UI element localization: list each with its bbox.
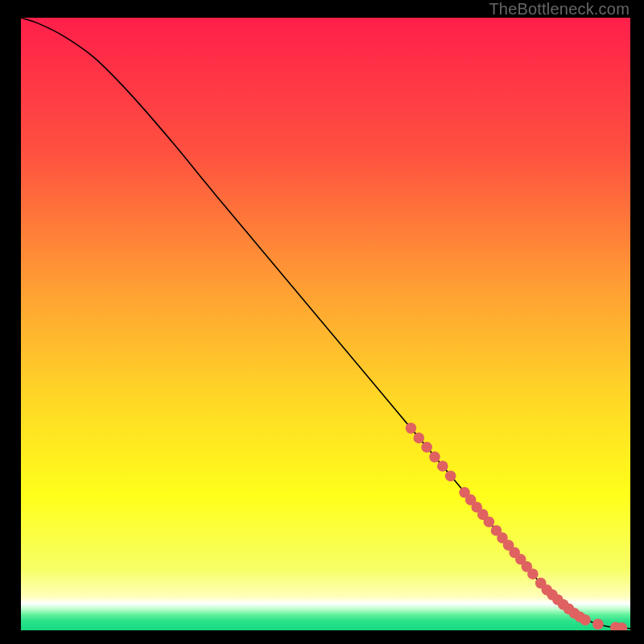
data-marker xyxy=(445,470,456,481)
chart-svg xyxy=(21,18,630,630)
data-marker xyxy=(592,619,604,630)
gradient-background xyxy=(21,18,630,630)
chart-container: TheBottleneck.com xyxy=(0,0,644,644)
data-marker xyxy=(421,442,432,453)
data-marker xyxy=(406,423,417,434)
data-marker xyxy=(527,568,539,580)
data-marker xyxy=(580,614,591,625)
data-marker xyxy=(414,432,425,444)
data-marker xyxy=(437,460,448,472)
data-marker xyxy=(484,516,495,527)
data-marker xyxy=(429,452,440,463)
attribution-text: TheBottleneck.com xyxy=(489,0,630,19)
plot-area xyxy=(21,18,630,630)
